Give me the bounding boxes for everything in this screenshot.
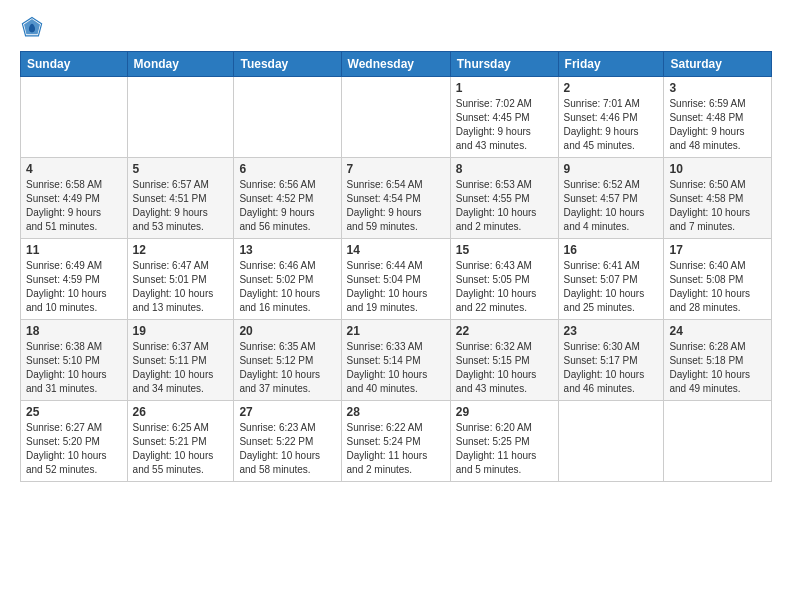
day-cell: [21, 77, 128, 158]
day-cell: 26Sunrise: 6:25 AM Sunset: 5:21 PM Dayli…: [127, 401, 234, 482]
day-number: 25: [26, 405, 122, 419]
day-cell: 8Sunrise: 6:53 AM Sunset: 4:55 PM Daylig…: [450, 158, 558, 239]
day-info: Sunrise: 6:32 AM Sunset: 5:15 PM Dayligh…: [456, 340, 553, 396]
day-number: 20: [239, 324, 335, 338]
day-info: Sunrise: 6:27 AM Sunset: 5:20 PM Dayligh…: [26, 421, 122, 477]
header-monday: Monday: [127, 52, 234, 77]
day-cell: 12Sunrise: 6:47 AM Sunset: 5:01 PM Dayli…: [127, 239, 234, 320]
day-cell: 22Sunrise: 6:32 AM Sunset: 5:15 PM Dayli…: [450, 320, 558, 401]
day-number: 14: [347, 243, 445, 257]
day-number: 21: [347, 324, 445, 338]
day-info: Sunrise: 6:52 AM Sunset: 4:57 PM Dayligh…: [564, 178, 659, 234]
day-info: Sunrise: 6:56 AM Sunset: 4:52 PM Dayligh…: [239, 178, 335, 234]
day-info: Sunrise: 7:02 AM Sunset: 4:45 PM Dayligh…: [456, 97, 553, 153]
day-number: 17: [669, 243, 766, 257]
day-cell: 3Sunrise: 6:59 AM Sunset: 4:48 PM Daylig…: [664, 77, 772, 158]
day-cell: [558, 401, 664, 482]
day-cell: 24Sunrise: 6:28 AM Sunset: 5:18 PM Dayli…: [664, 320, 772, 401]
day-info: Sunrise: 6:40 AM Sunset: 5:08 PM Dayligh…: [669, 259, 766, 315]
day-info: Sunrise: 6:23 AM Sunset: 5:22 PM Dayligh…: [239, 421, 335, 477]
day-number: 13: [239, 243, 335, 257]
header-wednesday: Wednesday: [341, 52, 450, 77]
day-cell: 10Sunrise: 6:50 AM Sunset: 4:58 PM Dayli…: [664, 158, 772, 239]
day-cell: 13Sunrise: 6:46 AM Sunset: 5:02 PM Dayli…: [234, 239, 341, 320]
day-number: 22: [456, 324, 553, 338]
page: Sunday Monday Tuesday Wednesday Thursday…: [0, 0, 792, 612]
day-info: Sunrise: 6:38 AM Sunset: 5:10 PM Dayligh…: [26, 340, 122, 396]
calendar-body: 1Sunrise: 7:02 AM Sunset: 4:45 PM Daylig…: [21, 77, 772, 482]
day-cell: 5Sunrise: 6:57 AM Sunset: 4:51 PM Daylig…: [127, 158, 234, 239]
day-cell: 19Sunrise: 6:37 AM Sunset: 5:11 PM Dayli…: [127, 320, 234, 401]
day-number: 5: [133, 162, 229, 176]
day-number: 11: [26, 243, 122, 257]
calendar-header: Sunday Monday Tuesday Wednesday Thursday…: [21, 52, 772, 77]
day-cell: 18Sunrise: 6:38 AM Sunset: 5:10 PM Dayli…: [21, 320, 128, 401]
day-number: 2: [564, 81, 659, 95]
day-info: Sunrise: 6:59 AM Sunset: 4:48 PM Dayligh…: [669, 97, 766, 153]
day-cell: 4Sunrise: 6:58 AM Sunset: 4:49 PM Daylig…: [21, 158, 128, 239]
day-info: Sunrise: 7:01 AM Sunset: 4:46 PM Dayligh…: [564, 97, 659, 153]
header: [20, 15, 772, 39]
day-info: Sunrise: 6:22 AM Sunset: 5:24 PM Dayligh…: [347, 421, 445, 477]
week-row-1: 1Sunrise: 7:02 AM Sunset: 4:45 PM Daylig…: [21, 77, 772, 158]
day-number: 16: [564, 243, 659, 257]
day-info: Sunrise: 6:35 AM Sunset: 5:12 PM Dayligh…: [239, 340, 335, 396]
day-cell: [127, 77, 234, 158]
day-cell: 29Sunrise: 6:20 AM Sunset: 5:25 PM Dayli…: [450, 401, 558, 482]
day-info: Sunrise: 6:46 AM Sunset: 5:02 PM Dayligh…: [239, 259, 335, 315]
day-info: Sunrise: 6:58 AM Sunset: 4:49 PM Dayligh…: [26, 178, 122, 234]
header-friday: Friday: [558, 52, 664, 77]
header-sunday: Sunday: [21, 52, 128, 77]
day-number: 9: [564, 162, 659, 176]
day-cell: 20Sunrise: 6:35 AM Sunset: 5:12 PM Dayli…: [234, 320, 341, 401]
day-number: 10: [669, 162, 766, 176]
week-row-3: 11Sunrise: 6:49 AM Sunset: 4:59 PM Dayli…: [21, 239, 772, 320]
day-info: Sunrise: 6:47 AM Sunset: 5:01 PM Dayligh…: [133, 259, 229, 315]
day-info: Sunrise: 6:33 AM Sunset: 5:14 PM Dayligh…: [347, 340, 445, 396]
day-info: Sunrise: 6:53 AM Sunset: 4:55 PM Dayligh…: [456, 178, 553, 234]
day-info: Sunrise: 6:28 AM Sunset: 5:18 PM Dayligh…: [669, 340, 766, 396]
day-cell: 15Sunrise: 6:43 AM Sunset: 5:05 PM Dayli…: [450, 239, 558, 320]
day-cell: 23Sunrise: 6:30 AM Sunset: 5:17 PM Dayli…: [558, 320, 664, 401]
day-info: Sunrise: 6:43 AM Sunset: 5:05 PM Dayligh…: [456, 259, 553, 315]
day-cell: 16Sunrise: 6:41 AM Sunset: 5:07 PM Dayli…: [558, 239, 664, 320]
day-number: 19: [133, 324, 229, 338]
day-cell: [234, 77, 341, 158]
day-number: 6: [239, 162, 335, 176]
day-cell: 17Sunrise: 6:40 AM Sunset: 5:08 PM Dayli…: [664, 239, 772, 320]
day-cell: 21Sunrise: 6:33 AM Sunset: 5:14 PM Dayli…: [341, 320, 450, 401]
day-number: 4: [26, 162, 122, 176]
day-number: 3: [669, 81, 766, 95]
day-number: 29: [456, 405, 553, 419]
day-number: 12: [133, 243, 229, 257]
day-cell: [664, 401, 772, 482]
day-info: Sunrise: 6:57 AM Sunset: 4:51 PM Dayligh…: [133, 178, 229, 234]
day-cell: 1Sunrise: 7:02 AM Sunset: 4:45 PM Daylig…: [450, 77, 558, 158]
day-number: 15: [456, 243, 553, 257]
day-cell: 28Sunrise: 6:22 AM Sunset: 5:24 PM Dayli…: [341, 401, 450, 482]
day-cell: 27Sunrise: 6:23 AM Sunset: 5:22 PM Dayli…: [234, 401, 341, 482]
header-tuesday: Tuesday: [234, 52, 341, 77]
day-info: Sunrise: 6:50 AM Sunset: 4:58 PM Dayligh…: [669, 178, 766, 234]
day-info: Sunrise: 6:20 AM Sunset: 5:25 PM Dayligh…: [456, 421, 553, 477]
logo-icon: [20, 15, 44, 39]
header-thursday: Thursday: [450, 52, 558, 77]
day-info: Sunrise: 6:41 AM Sunset: 5:07 PM Dayligh…: [564, 259, 659, 315]
day-number: 8: [456, 162, 553, 176]
day-number: 23: [564, 324, 659, 338]
day-number: 7: [347, 162, 445, 176]
header-saturday: Saturday: [664, 52, 772, 77]
day-cell: 25Sunrise: 6:27 AM Sunset: 5:20 PM Dayli…: [21, 401, 128, 482]
day-number: 27: [239, 405, 335, 419]
day-cell: 7Sunrise: 6:54 AM Sunset: 4:54 PM Daylig…: [341, 158, 450, 239]
week-row-2: 4Sunrise: 6:58 AM Sunset: 4:49 PM Daylig…: [21, 158, 772, 239]
logo: [20, 15, 48, 39]
day-cell: 14Sunrise: 6:44 AM Sunset: 5:04 PM Dayli…: [341, 239, 450, 320]
day-info: Sunrise: 6:25 AM Sunset: 5:21 PM Dayligh…: [133, 421, 229, 477]
day-cell: [341, 77, 450, 158]
day-number: 1: [456, 81, 553, 95]
calendar: Sunday Monday Tuesday Wednesday Thursday…: [20, 51, 772, 482]
day-number: 18: [26, 324, 122, 338]
day-cell: 6Sunrise: 6:56 AM Sunset: 4:52 PM Daylig…: [234, 158, 341, 239]
header-row: Sunday Monday Tuesday Wednesday Thursday…: [21, 52, 772, 77]
